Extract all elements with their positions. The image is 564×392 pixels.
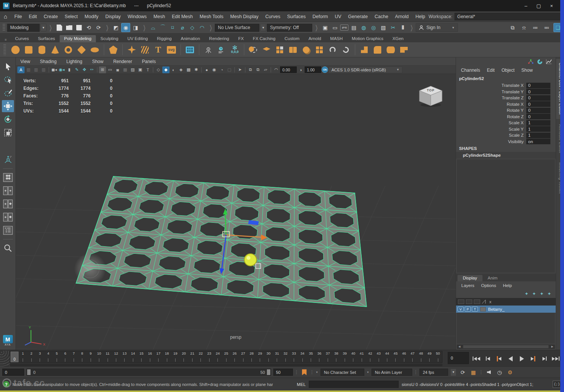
animation-preferences-icon[interactable]: ⚙ [506, 369, 514, 376]
playblast-icon[interactable]: ▦ [469, 369, 478, 376]
channel-value[interactable]: 0 [526, 89, 550, 94]
menu-cache[interactable]: Cache [371, 14, 391, 19]
edit-menu[interactable]: Edit [484, 68, 498, 73]
snap-grid-icon[interactable]: ⌓ [148, 23, 157, 32]
xray-icon[interactable]: ⧉ [247, 66, 254, 73]
menu-file[interactable]: File [11, 14, 25, 19]
scroll-right-icon[interactable]: ▶ [550, 345, 555, 348]
time-tick-16[interactable]: 16 [146, 351, 154, 363]
real-time-clock-icon[interactable]: ◷ [495, 369, 504, 376]
shelf-tab-poly-modeling[interactable]: Poly Modeling [60, 35, 96, 42]
channel-label[interactable]: Scale Y [456, 127, 526, 131]
render-view-icon[interactable]: ▣ [321, 23, 330, 32]
range-end-handle[interactable] [267, 369, 270, 375]
step-back-key-button[interactable] [495, 354, 504, 363]
time-tick-48[interactable]: 48 [417, 351, 425, 363]
menu-edit-mesh[interactable]: Edit Mesh [168, 14, 196, 19]
time-tick-30[interactable]: 30 [264, 351, 273, 363]
scroll-left-icon[interactable]: ◀ [457, 345, 462, 348]
checker-icon[interactable]: ▩ [185, 66, 192, 73]
time-tick-13[interactable]: 13 [120, 351, 129, 363]
menu-mesh-tools[interactable]: Mesh Tools [196, 14, 227, 19]
color-management-toggle-icon[interactable]: ON [322, 66, 328, 73]
time-tick-8[interactable]: 8 [78, 351, 86, 363]
step-forward-frame-button[interactable] [540, 354, 549, 363]
scrollbar-thumb[interactable] [463, 345, 549, 348]
extrude-icon[interactable] [359, 45, 369, 55]
gamma-field[interactable]: 1.00 [305, 66, 321, 73]
menu-select[interactable]: Select [61, 14, 81, 19]
shelf-tab-mash[interactable]: MASH [326, 35, 347, 42]
display-layer-row[interactable]: V P T Betarry_ [456, 306, 556, 313]
live-surface-field[interactable]: No Live Surface [215, 24, 259, 32]
menu-surfaces[interactable]: Surfaces [284, 14, 309, 19]
time-tick-47[interactable]: 47 [408, 351, 417, 363]
spin-edge-icon[interactable] [341, 45, 351, 55]
time-tick-2[interactable]: 2 [27, 351, 35, 363]
super-shape-icon[interactable] [127, 45, 137, 55]
dof-icon[interactable]: ▥ [40, 66, 47, 73]
attribute-editor-toggle-icon[interactable]: ≕ [542, 23, 551, 32]
field-chart-icon[interactable]: ▨ [129, 66, 136, 73]
animation-start-field[interactable]: 0 [2, 369, 24, 376]
fps-dropdown-icon[interactable]: ▼ [450, 369, 456, 376]
time-tick-35[interactable]: 35 [307, 351, 315, 363]
layout-two-pane-stacked-icon[interactable] [2, 198, 14, 210]
tab-anim[interactable]: Anim [482, 275, 503, 281]
time-tick-31[interactable]: 31 [273, 351, 281, 363]
time-tick-37[interactable]: 37 [324, 351, 332, 363]
layer-name[interactable]: Betarry_ [488, 307, 504, 312]
mel-label[interactable]: MEL [297, 382, 306, 387]
character-controls-icon[interactable]: ⍾ [519, 23, 529, 32]
time-tick-3[interactable]: 3 [35, 351, 44, 363]
select-component-icon[interactable]: ◨ [131, 23, 140, 32]
reset-transform-icon[interactable] [217, 45, 227, 55]
time-scrollbar[interactable] [10, 364, 442, 366]
speed-state-icon[interactable] [537, 59, 543, 65]
hud-toggle-icon[interactable]: T [144, 66, 151, 73]
shelf-tab-animation[interactable]: Animation [176, 35, 205, 42]
channels-menu[interactable]: Channels [458, 68, 483, 73]
time-tick-40[interactable]: 40 [349, 351, 358, 363]
toolbar-grip[interactable] [3, 24, 5, 31]
menuset-select[interactable]: Modeling [7, 24, 40, 32]
select-tool-icon[interactable] [2, 60, 14, 73]
snap-view-plane-icon[interactable]: ◇ [188, 23, 197, 32]
horizontal-scrollbar[interactable]: ◀ ▶ [457, 344, 555, 349]
shape-node-name[interactable]: pCylinder52Shape [456, 152, 556, 159]
snap-projected-center-icon[interactable]: ⌀ [178, 23, 187, 32]
grid-toggle-icon[interactable]: ⊞ [99, 66, 106, 73]
select-object-icon[interactable]: ◉ [121, 23, 130, 32]
modeling-toolkit-icon[interactable] [185, 45, 195, 55]
live-surface-dropdown-icon[interactable]: ▼ [260, 24, 266, 31]
scale-tool-icon[interactable] [2, 127, 14, 139]
paint-select-tool-icon[interactable] [2, 87, 14, 99]
bookmark-icon[interactable] [300, 369, 308, 376]
time-tick-11[interactable]: 11 [103, 351, 112, 363]
menu-generate[interactable]: Generate [345, 14, 371, 19]
shelf-tab-sculpting[interactable]: Sculpting [96, 35, 123, 42]
channel-value[interactable]: 0 [526, 114, 550, 119]
time-tick-12[interactable]: 12 [112, 351, 120, 363]
render-settings-icon[interactable]: ▤ [349, 23, 358, 32]
channel-box-toggle-icon[interactable]: ≔ [531, 23, 540, 32]
default-light-icon[interactable]: ● [203, 66, 210, 73]
time-tick-34[interactable]: 34 [298, 351, 307, 363]
snap-point-icon[interactable]: ⌑ [168, 23, 177, 32]
time-tick-17[interactable]: 17 [154, 351, 162, 363]
ssao-icon[interactable]: ▢ [226, 66, 233, 73]
time-tick-9[interactable]: 9 [86, 351, 95, 363]
menu-deform[interactable]: Deform [309, 14, 331, 19]
menu-help[interactable]: Help [412, 14, 429, 19]
move-layer-down-icon[interactable]: ✦ [532, 291, 536, 296]
render-setup-icon[interactable]: ◎ [369, 23, 378, 32]
time-tick-4[interactable]: 4 [44, 351, 52, 363]
time-tick-43[interactable]: 43 [374, 351, 383, 363]
outliner-panel-icon[interactable] [2, 224, 14, 236]
center-pivot-icon[interactable] [203, 45, 213, 55]
exposure-field[interactable]: 0.00 [280, 66, 297, 73]
panel-menu-view[interactable]: View [20, 59, 30, 64]
channel-value[interactable]: 0 [526, 101, 550, 107]
time-tick-36[interactable]: 36 [315, 351, 324, 363]
time-tick-6[interactable]: 6 [61, 351, 69, 363]
